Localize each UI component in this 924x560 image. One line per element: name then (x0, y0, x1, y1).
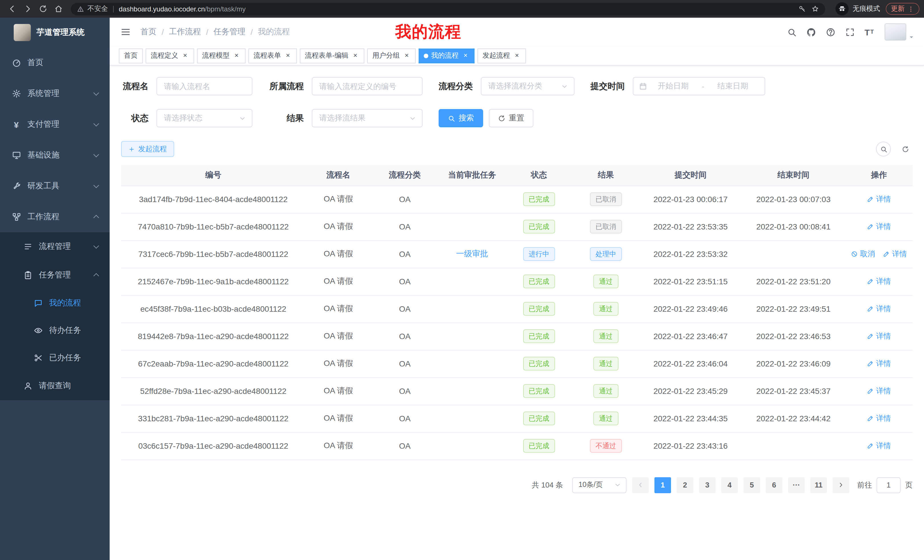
status-badge: 已完成 (523, 220, 555, 234)
close-icon[interactable]: × (284, 52, 292, 60)
tab-label: 发起流程 (483, 51, 510, 60)
sidebar-item-task-management[interactable]: 任务管理 (0, 261, 110, 289)
table-search-button[interactable] (876, 142, 891, 156)
pager-more[interactable]: ··· (788, 477, 805, 493)
cancel-icon (851, 251, 858, 258)
cell-actions: 详情 (845, 322, 913, 350)
process-def-label: 所属流程 (268, 81, 304, 91)
detail-link[interactable]: 详情 (883, 249, 907, 259)
end-date-placeholder[interactable]: 结束日期 (707, 81, 759, 91)
sidebar-item-dev-tools[interactable]: 研发工具 (0, 171, 110, 202)
reset-button[interactable]: 重置 (489, 109, 533, 127)
close-icon[interactable]: × (513, 52, 521, 60)
user-avatar-menu[interactable] (885, 23, 915, 40)
result-select[interactable]: 请选择流结果 (312, 109, 423, 127)
detail-link[interactable]: 详情 (867, 441, 891, 451)
prev-page-button[interactable] (632, 477, 649, 493)
github-icon[interactable] (804, 24, 818, 39)
date-range-picker[interactable]: 开始日期 - 结束日期 (633, 77, 765, 95)
tab-process-form-edit[interactable]: 流程表单-编辑× (300, 48, 364, 63)
detail-link[interactable]: 详情 (867, 386, 891, 396)
sidebar-item-my-process[interactable]: 我的流程 (0, 289, 110, 317)
question-icon[interactable] (823, 24, 838, 39)
category-select[interactable]: 请选择流程分类 (481, 77, 574, 95)
sidebar-item-done-tasks[interactable]: 已办任务 (0, 344, 110, 371)
cell-category: OA (371, 322, 439, 350)
back-icon[interactable] (4, 1, 20, 16)
page-button-4[interactable]: 4 (721, 477, 738, 493)
sidebar-item-home[interactable]: 首页 (0, 47, 110, 78)
detail-link[interactable]: 详情 (867, 222, 891, 232)
current-task-link[interactable]: 一级审批 (456, 249, 488, 258)
sidebar-item-system-management[interactable]: 系统管理 (0, 78, 110, 109)
next-page-button[interactable] (832, 477, 849, 493)
cancel-link[interactable]: 取消 (851, 249, 875, 259)
cell-actions: 详情 (845, 405, 913, 432)
detail-link[interactable]: 详情 (867, 331, 891, 341)
fullscreen-icon[interactable] (842, 24, 857, 39)
search-icon[interactable] (784, 24, 799, 39)
detail-link[interactable]: 详情 (867, 358, 891, 369)
close-icon[interactable]: × (181, 52, 189, 60)
url-text: dashboard.yudao.iocoder.cn/bpm/task/my (119, 5, 246, 13)
start-date-placeholder[interactable]: 开始日期 (647, 81, 700, 91)
detail-link[interactable]: 详情 (867, 413, 891, 424)
start-process-button[interactable]: 发起流程 (121, 141, 174, 157)
detail-link[interactable]: 详情 (867, 194, 891, 204)
tab-home[interactable]: 首页 (119, 48, 143, 63)
process-def-input[interactable] (312, 77, 423, 95)
tab-my-process[interactable]: 我的流程× (418, 48, 475, 63)
close-icon[interactable]: × (232, 52, 240, 60)
cell-end-time: 2022-01-23 00:07:03 (741, 186, 845, 213)
sidebar-item-todo-tasks[interactable]: 待办任务 (0, 317, 110, 344)
url-path: /bpm/task/my (205, 5, 246, 13)
star-icon[interactable] (812, 5, 819, 13)
browser-update-button[interactable]: 更新 (886, 3, 920, 15)
status-select[interactable]: 请选择状态 (156, 109, 252, 127)
search-button[interactable]: 搜索 (439, 109, 483, 127)
hamburger-icon[interactable] (119, 25, 132, 39)
table-refresh-button[interactable] (898, 142, 913, 156)
page-button-6[interactable]: 6 (766, 477, 782, 493)
kebab-menu-icon[interactable] (908, 5, 914, 12)
page-button-3[interactable]: 3 (699, 477, 716, 493)
home-icon[interactable] (51, 1, 66, 16)
sidebar-item-payment-management[interactable]: ¥支付管理 (0, 109, 110, 140)
close-icon[interactable]: × (461, 52, 470, 60)
goto-page-input[interactable] (877, 477, 901, 493)
tab-process-form[interactable]: 流程表单× (248, 48, 297, 63)
forward-icon[interactable] (20, 1, 35, 16)
page-button-1[interactable]: 1 (654, 477, 671, 493)
sidebar-item-workflow[interactable]: 工作流程 (0, 202, 110, 232)
tab-process-definition[interactable]: 流程定义× (146, 48, 194, 63)
close-icon[interactable]: × (351, 52, 359, 60)
breadcrumb-home[interactable]: 首页 (141, 27, 156, 37)
process-name-input[interactable] (156, 77, 252, 95)
security-label: 不安全 (87, 4, 108, 14)
breadcrumb-workflow[interactable]: 工作流程 (169, 27, 201, 37)
tab-user-group[interactable]: 用户分组× (367, 48, 416, 63)
sidebar-item-label: 已办任务 (49, 353, 81, 363)
table-row: ec45f38f-7b9a-11ec-b03b-acde48001122OA 请… (121, 295, 913, 322)
close-icon[interactable]: × (403, 52, 411, 60)
sidebar-item-leave-query[interactable]: 请假查询 (0, 371, 110, 400)
fontsize-icon[interactable]: TT (862, 24, 877, 39)
tab-process-model[interactable]: 流程模型× (197, 48, 246, 63)
breadcrumb-task-management[interactable]: 任务管理 (214, 27, 246, 37)
tab-start-process[interactable]: 发起流程× (477, 48, 526, 63)
app-logo[interactable]: 芋道管理系统 (0, 18, 110, 47)
reload-icon[interactable] (35, 1, 51, 16)
page-button-11[interactable]: 11 (810, 477, 827, 493)
detail-link[interactable]: 详情 (867, 304, 891, 314)
cell-end-time (741, 432, 845, 460)
address-bar[interactable]: 不安全 dashboard.yudao.iocoder.cn/bpm/task/… (71, 3, 825, 15)
sidebar-item-infrastructure[interactable]: 基础设施 (0, 140, 110, 171)
page-size-select[interactable]: 10条/页 (572, 477, 627, 493)
tab-label: 流程定义 (151, 51, 178, 60)
avatar[interactable] (885, 23, 906, 40)
sidebar-item-process-management[interactable]: 流程管理 (0, 232, 110, 261)
page-button-5[interactable]: 5 (744, 477, 760, 493)
detail-link[interactable]: 详情 (867, 276, 891, 287)
page-button-2[interactable]: 2 (677, 477, 693, 493)
key-icon[interactable] (798, 5, 806, 13)
